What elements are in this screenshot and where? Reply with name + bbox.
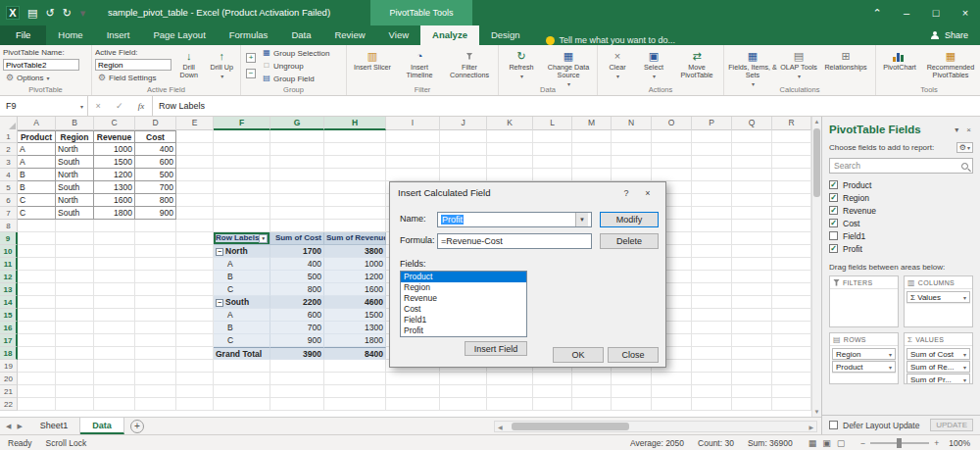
cell-B17[interactable] xyxy=(56,334,94,347)
collapse-field-button[interactable]: − xyxy=(244,68,258,79)
dialog-field-item-cost[interactable]: Cost xyxy=(401,304,526,315)
cell-C19[interactable] xyxy=(94,360,135,373)
name-box[interactable]: F9 ▾ xyxy=(0,96,88,116)
cell-K3[interactable] xyxy=(487,156,533,169)
normal-view-icon[interactable]: ▦ xyxy=(808,438,817,448)
row-header-15[interactable]: 15 xyxy=(0,309,18,322)
row-header-21[interactable]: 21 xyxy=(0,385,18,398)
cell-D12[interactable] xyxy=(135,271,176,283)
zoom-in-icon[interactable]: + xyxy=(934,438,939,448)
minimize-icon[interactable]: – xyxy=(892,0,921,25)
cell-O3[interactable] xyxy=(652,156,692,169)
tab-page-layout[interactable]: Page Layout xyxy=(141,25,217,45)
cell-P19[interactable] xyxy=(692,360,732,373)
cell-H7[interactable] xyxy=(324,207,386,220)
cell-F12[interactable]: B xyxy=(214,271,270,283)
cell-Q17[interactable] xyxy=(732,334,772,347)
cell-D5[interactable]: 700 xyxy=(135,181,176,194)
column-header-L[interactable]: L xyxy=(533,117,572,130)
panel-gear-icon[interactable]: ⚙▾ xyxy=(956,142,973,153)
change-data-source-button[interactable]: ▦Change Data Source▾ xyxy=(543,47,594,84)
collapse-group-icon[interactable]: − xyxy=(216,299,223,307)
cell-L21[interactable] xyxy=(533,385,572,398)
cell-C22[interactable] xyxy=(94,398,135,411)
row-header-19[interactable]: 19 xyxy=(0,360,18,373)
cell-B10[interactable] xyxy=(56,245,94,258)
cell-F17[interactable]: C xyxy=(214,334,270,347)
scroll-right-icon[interactable]: ▶ xyxy=(806,424,816,430)
cell-E3[interactable] xyxy=(176,156,214,169)
cell-Q13[interactable] xyxy=(732,283,772,296)
horizontal-scroll-thumb[interactable] xyxy=(512,423,629,430)
cell-B19[interactable] xyxy=(56,360,94,373)
cell-Q12[interactable] xyxy=(732,271,772,283)
share-button[interactable]: Share xyxy=(931,25,968,45)
select-button[interactable]: ▣Select▾ xyxy=(636,47,671,84)
cell-C21[interactable] xyxy=(94,385,135,398)
cell-G5[interactable] xyxy=(270,181,324,194)
cell-G9[interactable]: Sum of Cost xyxy=(270,232,324,245)
column-header-K[interactable]: K xyxy=(487,117,533,130)
cell-E21[interactable] xyxy=(176,385,214,398)
cell-P6[interactable] xyxy=(692,194,732,207)
tab-formulas[interactable]: Formulas xyxy=(218,25,280,45)
ok-button[interactable]: OK xyxy=(553,347,604,363)
sheet-tab-data[interactable]: Data xyxy=(80,418,124,434)
cell-E11[interactable] xyxy=(176,258,214,271)
cell-O4[interactable] xyxy=(652,169,692,181)
column-header-R[interactable]: R xyxy=(772,117,811,130)
cell-A4[interactable]: B xyxy=(18,169,56,181)
cell-E18[interactable] xyxy=(176,347,214,360)
cell-G15[interactable]: 600 xyxy=(270,309,324,322)
cell-B13[interactable] xyxy=(56,283,94,296)
cell-I1[interactable] xyxy=(386,130,440,143)
cell-B2[interactable]: North xyxy=(56,143,94,156)
cell-L3[interactable] xyxy=(533,156,572,169)
cell-P16[interactable] xyxy=(692,322,732,334)
filter-connections-button[interactable]: Filter Connections xyxy=(444,47,495,84)
cell-C1[interactable]: Revenue xyxy=(94,130,135,143)
cell-H10[interactable]: 3800 xyxy=(324,245,386,258)
cell-R10[interactable] xyxy=(772,245,811,258)
row-header-13[interactable]: 13 xyxy=(0,283,18,296)
cell-D9[interactable] xyxy=(135,232,176,245)
cell-H21[interactable] xyxy=(324,385,386,398)
cell-F11[interactable]: A xyxy=(214,258,270,271)
insert-timeline-button[interactable]: ◔Insert Timeline xyxy=(397,47,442,84)
cell-P1[interactable] xyxy=(692,130,732,143)
cell-P21[interactable] xyxy=(692,385,732,398)
cell-C5[interactable]: 1300 xyxy=(94,181,135,194)
cell-G1[interactable] xyxy=(270,130,324,143)
cell-H5[interactable] xyxy=(324,181,386,194)
tab-analyze[interactable]: Analyze xyxy=(420,25,479,45)
cell-F6[interactable] xyxy=(214,194,270,207)
chip-sum-of-cost[interactable]: Sum of Cost▾ xyxy=(906,348,970,360)
cell-F21[interactable] xyxy=(214,385,270,398)
cell-A13[interactable] xyxy=(18,283,56,296)
cell-R15[interactable] xyxy=(772,309,811,322)
cell-D14[interactable] xyxy=(135,296,176,309)
cell-A10[interactable] xyxy=(18,245,56,258)
cell-G3[interactable] xyxy=(270,156,324,169)
cell-Q16[interactable] xyxy=(732,322,772,334)
cell-Q9[interactable] xyxy=(732,232,772,245)
cancel-icon[interactable]: × xyxy=(96,101,101,111)
cell-R14[interactable] xyxy=(772,296,811,309)
cell-Q21[interactable] xyxy=(732,385,772,398)
chip-sum-of-re[interactable]: Sum of Re...▾ xyxy=(906,361,970,373)
cell-D13[interactable] xyxy=(135,283,176,296)
cell-P17[interactable] xyxy=(692,334,732,347)
cell-I20[interactable] xyxy=(386,373,440,385)
cell-K4[interactable] xyxy=(487,169,533,181)
cell-C7[interactable]: 1800 xyxy=(94,207,135,220)
dialog-field-item-region[interactable]: Region xyxy=(401,282,526,293)
row-header-18[interactable]: 18 xyxy=(0,347,18,360)
pivottable-name-input[interactable] xyxy=(3,59,79,71)
cell-K22[interactable] xyxy=(487,398,533,411)
cell-P5[interactable] xyxy=(692,181,732,194)
cell-C9[interactable] xyxy=(94,232,135,245)
cell-H9[interactable]: Sum of Revenue xyxy=(324,232,386,245)
cell-R21[interactable] xyxy=(772,385,811,398)
cell-E6[interactable] xyxy=(176,194,214,207)
field-item-cost[interactable]: ✓Cost xyxy=(829,217,973,229)
